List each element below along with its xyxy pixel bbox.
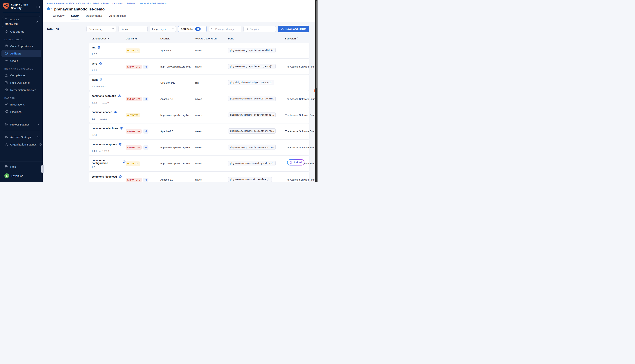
column-header-label: DEPENDENCY xyxy=(92,38,106,40)
license-cell: Apache-2.0 xyxy=(160,178,194,181)
column-header-supplier[interactable]: SUPPLIER xyxy=(285,37,315,40)
user-menu[interactable]: L Lavakush xyxy=(0,172,43,180)
filter-oss-risks-dropdown[interactable]: OSS Risks 01 xyxy=(178,26,207,32)
package-manager-cell: maven xyxy=(194,178,228,181)
sidebar-item-project-settings[interactable]: Project Settings xyxy=(0,121,43,128)
purl-pill[interactable]: pkg:maven/org.apache.commons/com… xyxy=(228,144,276,150)
dependency-cell: commons-codec1.6→1.19.0 xyxy=(92,107,126,123)
project-name: pranay-test xyxy=(5,22,38,25)
sidebar-item-pipelines[interactable]: Pipelines xyxy=(0,108,43,116)
table-row: commons-configuration1.6OUTDATEDhttp---w… xyxy=(89,156,309,171)
license-cell: Apache-2.0 xyxy=(160,130,194,133)
dependency-name: commons-compress xyxy=(92,143,117,146)
user-name: Lavakush xyxy=(12,174,40,178)
purl-pill[interactable]: pkg:deb/ubuntu/bash@5.1-6ubuntu1 xyxy=(228,80,274,85)
license-cell: http---www.apache.org-lice… xyxy=(160,114,194,116)
table-row: ant1.6.5OUTDATEDApache-2.0mavenpkg:maven… xyxy=(89,43,309,58)
layers-icon xyxy=(99,62,102,65)
oss-risks-count-badge: 01 xyxy=(195,27,201,31)
breadcrumb-link[interactable]: Artifacts xyxy=(127,2,135,5)
risk-badge: END OF LIFE xyxy=(126,97,142,101)
tab-vulnerabilities[interactable]: Vulnerabilities xyxy=(109,14,126,20)
sidebar-item-artifacts[interactable]: Artifacts xyxy=(2,50,41,57)
purl-pill[interactable]: pkg:maven/commons-configuration/… xyxy=(228,161,276,166)
sidebar-item-account-settings[interactable]: Account Settings xyxy=(0,134,43,141)
more-risks-chip[interactable]: +1 xyxy=(143,97,148,101)
sidebar-item-ci-cd[interactable]: CI/CD xyxy=(0,57,43,64)
package-manager-cell: maven xyxy=(194,65,228,68)
more-risks-chip[interactable]: +1 xyxy=(143,178,148,182)
tab-sbom[interactable]: SBOM xyxy=(71,14,79,20)
purl-pill[interactable]: pkg:maven/commons-fileupload/… xyxy=(228,177,272,182)
dependency-cell: avro1.7.7 xyxy=(92,59,126,74)
breadcrumb-link[interactable]: pranaycshah/todolist-demo xyxy=(139,2,166,5)
sidebar-item-label: CI/CD xyxy=(10,59,40,62)
table-row: commons-beanutils1.8.3→1.11.0END OF LIFE… xyxy=(89,91,309,107)
chevron-right-icon xyxy=(37,123,40,126)
dependency-name: commons-beanutils xyxy=(92,94,116,98)
docker-icon xyxy=(47,6,52,12)
more-risks-chip[interactable]: +1 xyxy=(143,145,148,150)
scrollbar-track[interactable] xyxy=(315,0,317,182)
table-row: commons-collections3.2.1END OF LIFE+1Apa… xyxy=(89,124,309,139)
chevron-down-icon xyxy=(202,28,205,30)
supplier-cell: The Apache Software Foun… xyxy=(285,178,315,181)
more-risks-chip[interactable]: +1 xyxy=(143,129,148,134)
package-manager-cell: maven xyxy=(194,146,228,149)
package-manager-cell: maven xyxy=(194,162,228,165)
filter-license-dropdown[interactable]: License xyxy=(118,26,147,32)
tab-overview[interactable]: Overview xyxy=(53,14,65,20)
purl-pill[interactable]: pkg:maven/org.apache.avro/avro@1… xyxy=(228,64,276,69)
table-row: commons-codec1.6→1.19.0OUTDATEDhttp---ww… xyxy=(89,107,309,123)
breadcrumb-separator: › xyxy=(136,2,137,5)
layers-icon xyxy=(122,160,126,164)
purl-pill[interactable]: pkg:maven/commons-codec/commons-… xyxy=(228,112,276,118)
layers-icon xyxy=(118,94,121,98)
sort-both-icon[interactable] xyxy=(297,37,299,40)
sidebar-item-label: Account Settings xyxy=(10,136,34,139)
app-title: Supply Chain Security xyxy=(11,3,35,10)
sidebar-item-remediation-tracker[interactable]: Remediation Tracker xyxy=(0,86,43,94)
purl-pill[interactable]: pkg:maven/commons-collections/co… xyxy=(228,128,276,134)
supplier-cell: The Apache Software Foun… xyxy=(285,65,315,68)
app-switcher-grid-icon[interactable] xyxy=(36,4,40,8)
breadcrumb-link[interactable]: Account: Automation-SSCA xyxy=(47,2,75,5)
dependency-version: 1.6 xyxy=(92,166,126,168)
purl-pill[interactable]: pkg:maven/org.apache.ant/ant@1.6… xyxy=(228,48,276,53)
column-header-label: OSS RISKS xyxy=(126,38,138,40)
sidebar-item-rule-definitions[interactable]: Rule Definitions xyxy=(0,79,43,86)
column-header-dependency[interactable]: DEPENDENCY xyxy=(92,38,126,40)
sort-desc-icon[interactable] xyxy=(107,38,109,40)
filter-dependency-dropdown[interactable]: Dependency xyxy=(86,26,116,32)
tab-deployments[interactable]: Deployments xyxy=(86,14,102,20)
oss-risk-cell: END OF LIFE+1 xyxy=(126,97,160,101)
sidebar-item-help[interactable]: ? Help xyxy=(0,163,43,170)
breadcrumb-link[interactable]: Organization: default xyxy=(78,2,99,5)
more-risks-chip[interactable]: +1 xyxy=(143,64,148,69)
scrollbar-thumb[interactable] xyxy=(316,0,317,88)
supplier-input[interactable] xyxy=(250,28,271,31)
ask-ai-button[interactable]: Ask AI xyxy=(287,159,304,166)
sidebar-item-compliance[interactable]: Compliance xyxy=(0,72,43,79)
sidebar-collapse-handle[interactable] xyxy=(41,165,44,173)
table-row: bash5.1-6ubuntu1-GPL-3.0-onlydebpkg:deb/… xyxy=(89,75,309,91)
sidebar-item-get-started[interactable]: Get Started xyxy=(0,28,43,35)
filter-image-layer-dropdown[interactable]: Image Layer xyxy=(150,26,176,32)
sidebar-item-organization-settings[interactable]: Organization Settings xyxy=(0,141,43,148)
sidebar-item-integrations[interactable]: Integrations xyxy=(0,101,43,108)
package-manager-input[interactable] xyxy=(215,28,237,31)
supplier-cell: The Apache Software Foun… xyxy=(285,114,315,116)
sidebar-item-label: Project Settings xyxy=(10,123,35,126)
column-header-label: PURL xyxy=(228,38,234,40)
purl-pill[interactable]: pkg:maven/commons-beanutils/comm… xyxy=(228,96,276,101)
breadcrumb-link[interactable]: Project: pranay-test xyxy=(103,2,123,5)
main-content: Account: Automation-SSCA›Organization: d… xyxy=(43,0,315,182)
breadcrumb-separator: › xyxy=(101,2,102,5)
sidebar-item-code-repositories[interactable]: Code Repositories xyxy=(0,42,43,50)
layers-icon xyxy=(118,142,122,146)
download-sbom-button[interactable]: Download SBOM xyxy=(278,26,309,32)
project-selector[interactable]: PROJECT pranay-test xyxy=(2,16,40,27)
chevron-down-icon xyxy=(172,28,174,30)
layers-icon xyxy=(97,46,101,49)
tab-bar: OverviewSBOMDeploymentsVulnerabilities xyxy=(53,14,315,20)
